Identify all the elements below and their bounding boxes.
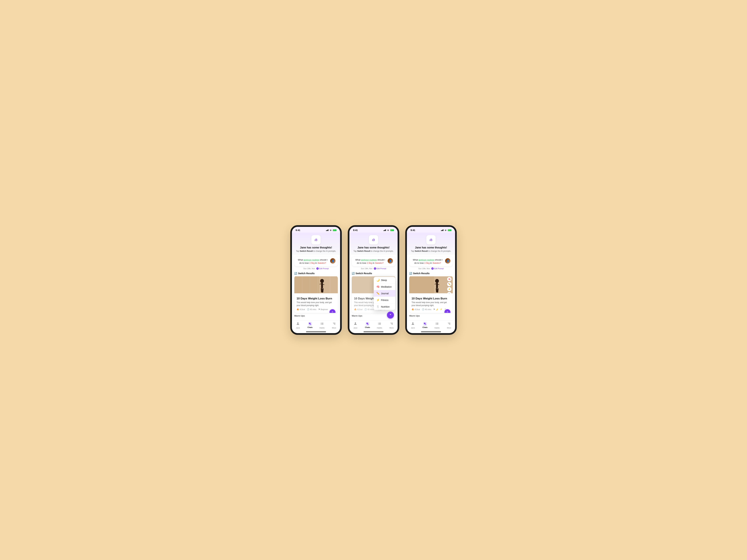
- warm-ups-left: Warm Ups: [292, 313, 340, 318]
- nav-more-icon-right: [447, 322, 451, 326]
- edit-prompt-btn-middle[interactable]: A Edit Prompt: [374, 267, 386, 270]
- svg-point-16: [374, 239, 374, 239]
- edit-prompt-icon-middle: A: [374, 267, 376, 270]
- card-stats-right: 🔥 413cal 🕐 45 mins ⚑ 🌙 ⚡ 🍴: [412, 308, 450, 311]
- nav-habits-middle[interactable]: Habits: [374, 322, 386, 329]
- dropdown-menu-middle: 🌙 Sleep 🧠 Meditation ✏️ Journal ⚡ Fitnes…: [374, 277, 395, 310]
- dropdown-sleep-label: Sleep: [381, 279, 387, 282]
- signal-icon: [326, 229, 329, 231]
- quote-fab-middle[interactable]: ❝: [387, 312, 394, 319]
- status-icons-right: ⚡: [441, 229, 452, 231]
- nav-habits-left[interactable]: Habits: [316, 322, 328, 329]
- nav-habits-icon-middle: [378, 322, 381, 326]
- nav-more-middle[interactable]: More: [386, 322, 398, 329]
- switch-results-middle[interactable]: 🔄 Switch Results: [350, 271, 397, 276]
- nutrition-icon: 🍴: [376, 305, 380, 308]
- status-bar-left: 9:41 ⚡: [292, 227, 340, 233]
- phone-content-left[interactable]: Jane has some thoughts! Tap Switch Resul…: [292, 233, 340, 320]
- dropdown-nutrition[interactable]: 🍴 Nutrition: [374, 303, 395, 310]
- card-title-right: 10 Days Weight Loss Burn: [412, 297, 450, 300]
- bottom-nav-right: Jane Chats Habits More: [407, 320, 455, 331]
- card-stats-left: 🔥 413cal 🕐 45 mins ⚑ Beginner: [297, 308, 335, 311]
- chat-bubble-left: What workout routines should I do to los…: [294, 257, 338, 266]
- stat-calories-left: 🔥 413cal: [297, 308, 305, 311]
- chat-avatar-middle: 👤: [388, 258, 393, 264]
- status-icons-middle: ⚡: [384, 229, 394, 231]
- nav-chats-right[interactable]: Chats: [419, 322, 431, 329]
- phone-right: 9:41 ⚡: [405, 225, 457, 335]
- svg-rect-29: [409, 276, 434, 293]
- flame-icon-middle: 🔥: [354, 308, 357, 311]
- nav-jane-left[interactable]: Jane: [292, 322, 304, 329]
- edit-prompt-btn-right[interactable]: A Edit Prompt: [431, 267, 444, 270]
- status-time-middle: 9:41: [353, 229, 358, 232]
- phone-content-right[interactable]: Jane has some thoughts! Tap Switch Resul…: [407, 233, 455, 320]
- stat-calories-right: 🔥 413cal: [412, 308, 420, 311]
- flame-icon-right: 🔥: [412, 308, 414, 311]
- nav-jane-label-middle: Jane: [353, 327, 357, 329]
- dropdown-meditation[interactable]: 🧠 Meditation: [374, 284, 395, 290]
- svg-rect-31: [436, 283, 438, 288]
- svg-rect-26: [367, 324, 368, 325]
- nav-chats-left[interactable]: Chats: [304, 322, 316, 329]
- stat-level-left: ⚑ Beginner: [318, 308, 328, 311]
- nav-chats-icon-left: [308, 322, 312, 326]
- journal-icon: ✏️: [376, 292, 380, 295]
- edit-prompt-btn-left[interactable]: A Edit Prompt: [316, 267, 329, 270]
- nav-jane-icon-middle: [354, 322, 357, 326]
- switch-results-left[interactable]: 🔄 Switch Results: [292, 271, 340, 276]
- chat-bubble-area-middle: What workout routines should I do to los…: [350, 255, 397, 271]
- nav-chats-middle[interactable]: Chats: [362, 322, 374, 329]
- chat-meta-middle: Sun 19th, Nov A Edit Prompt: [352, 267, 395, 270]
- chat-bubble-right: What workout routines should I do to los…: [409, 257, 453, 266]
- stat-level-right: ⚑ 🌙: [433, 308, 438, 311]
- nav-habits-right[interactable]: Habits: [431, 322, 443, 329]
- dropdown-fitness-label: Fitness: [381, 299, 388, 301]
- switch-results-right[interactable]: 🔄 Switch Results: [407, 271, 455, 276]
- battery-icon-right: ⚡: [448, 229, 452, 231]
- tag-fork-right: 🍴: [447, 292, 452, 294]
- content-card-right[interactable]: 🧠 ✏️ ⚡ 🍴 ❝ 10 Days Weight Loss Burn This…: [409, 276, 453, 313]
- content-card-left[interactable]: ❝ 10 Days Weight Loss Burn This would he…: [294, 276, 338, 313]
- nav-jane-middle[interactable]: Jane: [350, 322, 362, 329]
- svg-rect-2: [294, 276, 319, 293]
- card-image-svg-left: [294, 276, 338, 294]
- tag-pen-right: ✏️: [447, 282, 452, 286]
- nav-jane-label-left: Jane: [296, 327, 300, 329]
- nav-more-right[interactable]: More: [443, 322, 455, 329]
- nav-more-left[interactable]: More: [328, 322, 340, 329]
- status-bar-middle: 9:41 ⚡: [350, 227, 397, 233]
- edit-prompt-icon-left: A: [316, 267, 319, 270]
- nav-jane-right[interactable]: Jane: [407, 322, 419, 329]
- chat-bubble-area-right: What workout routines should I do to los…: [407, 255, 455, 271]
- svg-rect-18: [352, 276, 377, 293]
- hero-subtitle-middle: Tap Switch Result to change the AI promp…: [353, 250, 393, 252]
- logo-icon: [313, 237, 319, 242]
- switch-icon-right: 🔄: [409, 272, 412, 275]
- chat-bubble-middle: What workout routines should I do to los…: [352, 257, 395, 266]
- home-indicator-middle: [363, 331, 384, 332]
- chat-avatar-right: 👤: [445, 258, 450, 264]
- status-icons-left: ⚡: [326, 229, 336, 231]
- meditation-icon: 🧠: [376, 285, 380, 288]
- wifi-icon: [329, 229, 332, 231]
- chat-text-left: What workout routines should I do to los…: [297, 258, 329, 265]
- sleep-icon: 🌙: [376, 278, 380, 282]
- battery-icon: ⚡: [333, 229, 336, 231]
- nav-chats-label-left: Chats: [307, 326, 312, 328]
- bottom-nav-middle: Jane Chats Habits More: [350, 320, 397, 331]
- dropdown-sleep[interactable]: 🌙 Sleep: [374, 277, 395, 284]
- tag-icons-right: 🧠 ✏️ ⚡ 🍴: [447, 277, 452, 294]
- hero-title-middle: Jane has some thoughts!: [358, 246, 390, 249]
- card-title-left: 10 Days Weight Loss Burn: [297, 297, 335, 300]
- home-indicator-right: [421, 331, 441, 332]
- dropdown-fitness[interactable]: ⚡ Fitness: [374, 297, 395, 303]
- dropdown-journal[interactable]: ✏️ Journal: [374, 290, 395, 297]
- hero-subtitle-left: Tap Switch Result to change the AI promp…: [296, 250, 336, 252]
- wifi-icon-middle: [387, 229, 389, 231]
- level-icon-right: ⚑: [433, 308, 435, 311]
- stat-duration-middle: 🕐 45 mins: [364, 308, 374, 311]
- card-image-svg-right: [409, 276, 453, 294]
- hero-title-right: Jane has some thoughts!: [415, 246, 447, 249]
- chat-avatar-left: 👤: [330, 258, 335, 264]
